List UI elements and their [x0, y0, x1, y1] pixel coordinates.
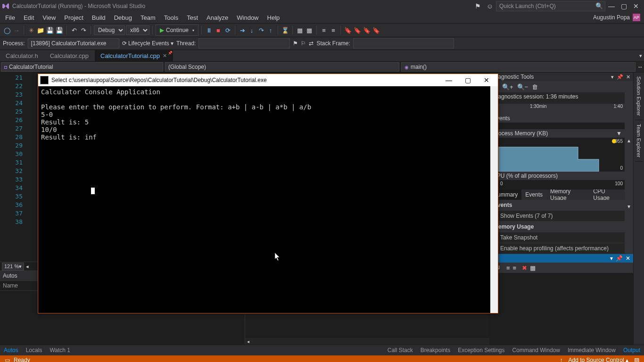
- diag-pin-icon[interactable]: 📌: [617, 74, 623, 80]
- window-minimize-button[interactable]: —: [605, 2, 618, 10]
- output-dropdown-icon[interactable]: ▾: [610, 255, 613, 262]
- tab-command-window[interactable]: Command Window: [509, 345, 564, 355]
- diag-memory-pin-icon[interactable]: ▼: [616, 130, 622, 137]
- stack-frame-select[interactable]: [353, 38, 454, 49]
- output-pin-icon[interactable]: 📌: [616, 255, 623, 262]
- menu-help[interactable]: Help: [263, 12, 284, 23]
- console-output[interactable]: Calculator Console Application Please en…: [38, 86, 498, 313]
- diag-show-events-link[interactable]: Show Events (7 of 7): [490, 211, 625, 222]
- solution-platform-select[interactable]: x86: [126, 25, 149, 35]
- indent-more-icon[interactable]: ≡: [329, 26, 338, 34]
- tbx-icon-2[interactable]: ▦: [305, 26, 314, 34]
- tab-autos[interactable]: Autos: [0, 345, 22, 355]
- menu-project[interactable]: Project: [60, 12, 87, 23]
- process-select[interactable]: [13896] CalculatorTutorial.exe: [28, 38, 119, 49]
- add-to-source-control[interactable]: Add to Source Control ▴: [569, 357, 628, 362]
- thread-flag2-icon[interactable]: ⚐: [301, 40, 306, 47]
- continue-button[interactable]: ▶ Continue ▾: [156, 25, 198, 36]
- open-file-icon[interactable]: 📁: [36, 26, 45, 34]
- tab-calculator-h[interactable]: Calculator.h: [0, 50, 44, 61]
- bookmark-icon[interactable]: 🔖: [344, 26, 352, 34]
- diag-zoom-out-icon[interactable]: 🔍−: [517, 83, 528, 90]
- diag-dropdown-icon[interactable]: ▾: [611, 74, 614, 80]
- console-close-button[interactable]: ✕: [477, 76, 496, 84]
- menu-edit[interactable]: Edit: [19, 12, 38, 23]
- threads-swap-icon[interactable]: ⇄: [309, 40, 314, 47]
- menu-analyze[interactable]: Analyze: [202, 12, 232, 23]
- nav-split-icon[interactable]: ↔: [636, 64, 644, 70]
- menu-test[interactable]: Test: [182, 12, 202, 23]
- tab-locals[interactable]: Locals: [22, 345, 46, 355]
- close-icon[interactable]: ✕: [163, 53, 167, 59]
- diag-take-snapshot-link[interactable]: Take Snapshot: [490, 232, 625, 243]
- console-scrollbar[interactable]: [490, 86, 498, 313]
- zoom-select[interactable]: 121 % ▾: [2, 263, 24, 271]
- output-hscroll-left-icon[interactable]: ◂: [247, 339, 249, 344]
- bookmark-icon-4[interactable]: 🔖: [372, 26, 380, 34]
- output-body[interactable]: [490, 273, 633, 345]
- diag-zoom-in-icon[interactable]: 🔍+: [502, 83, 513, 90]
- menu-team[interactable]: Team: [136, 12, 160, 23]
- solution-config-select[interactable]: Debug: [94, 25, 125, 35]
- pin-icon[interactable]: 📌: [168, 51, 173, 55]
- tab-watch1[interactable]: Watch 1: [46, 345, 74, 355]
- publish-icon[interactable]: ↑: [560, 357, 563, 362]
- quick-launch-input[interactable]: Quick Launch (Ctrl+Q) 🔍: [496, 1, 605, 11]
- horiz-scroll-left-icon[interactable]: ◂: [26, 263, 29, 270]
- stop-debug-icon[interactable]: ■: [214, 26, 223, 34]
- menu-window[interactable]: Window: [232, 12, 263, 23]
- user-account-menu[interactable]: Augustin Popa AP: [590, 14, 643, 21]
- window-close-button[interactable]: ✕: [630, 2, 642, 10]
- new-project-icon[interactable]: ✳: [27, 26, 35, 34]
- diag-tab-events[interactable]: Events: [521, 189, 546, 200]
- tab-immediate-window[interactable]: Immediate Window: [564, 345, 619, 355]
- nav-back-icon[interactable]: ◯: [3, 26, 11, 34]
- bookmark-icon-3[interactable]: 🔖: [363, 26, 371, 34]
- console-titlebar[interactable]: Select c:\users\aupopa\Source\Repos\Calc…: [38, 74, 498, 86]
- menu-debug[interactable]: Debug: [110, 12, 136, 23]
- output-toggle-icon[interactable]: ▦: [530, 264, 536, 272]
- save-all-icon[interactable]: 💾: [55, 26, 64, 34]
- tbx-icon-1[interactable]: ▦: [296, 26, 304, 34]
- output-indent-icon[interactable]: ≡: [506, 264, 510, 272]
- feedback-icon[interactable]: ☺: [484, 2, 496, 10]
- lifecycle-events-dropdown[interactable]: ⟳ Lifecycle Events ▾: [122, 40, 173, 47]
- nav-scope-select[interactable]: (Global Scope): [165, 62, 399, 72]
- diag-scroll-up-icon[interactable]: ▴▾: [625, 92, 633, 254]
- tab-output[interactable]: Output: [619, 345, 644, 355]
- rail-team-explorer[interactable]: Team Explorer: [635, 120, 643, 162]
- diag-cpu-chart[interactable]: 0100: [490, 180, 625, 189]
- notification-flag-icon[interactable]: ⚑: [471, 2, 484, 10]
- console-maximize-button[interactable]: ▢: [458, 76, 477, 84]
- window-restore-button[interactable]: ▢: [618, 2, 630, 10]
- undo-icon[interactable]: ↶: [70, 26, 78, 34]
- break-all-icon[interactable]: ⏸: [205, 26, 213, 34]
- nav-project-select[interactable]: ◘ CalculatorTutorial: [1, 62, 163, 72]
- tab-calculator-cpp[interactable]: Calculator.cpp: [44, 50, 95, 61]
- indent-less-icon[interactable]: ≡: [320, 26, 328, 34]
- menu-file[interactable]: File: [1, 12, 19, 23]
- step-into-icon[interactable]: ↓: [248, 26, 256, 34]
- tab-overflow-icon[interactable]: ▾: [639, 53, 642, 59]
- nav-function-select[interactable]: ◉ main(): [401, 62, 636, 72]
- tab-call-stack[interactable]: Call Stack: [384, 345, 417, 355]
- rail-solution-explorer[interactable]: Solution Explorer: [635, 73, 643, 120]
- diag-tab-cpu[interactable]: CPU Usage: [589, 189, 625, 200]
- menu-build[interactable]: Build: [88, 12, 110, 23]
- output-clear-icon[interactable]: ✖: [522, 264, 527, 272]
- menu-view[interactable]: View: [38, 12, 60, 23]
- tab-exception-settings[interactable]: Exception Settings: [454, 345, 508, 355]
- menu-tools[interactable]: Tools: [160, 12, 182, 23]
- step-over-icon[interactable]: ↷: [257, 26, 265, 34]
- diag-close-icon[interactable]: ✕: [626, 74, 630, 80]
- save-icon[interactable]: 💾: [46, 26, 54, 34]
- diag-tab-memory[interactable]: Memory Usage: [546, 189, 589, 200]
- diag-timeline-ruler[interactable]: 1:30min1:40: [490, 104, 625, 114]
- diag-reset-icon[interactable]: 🗑: [532, 83, 538, 90]
- diag-enable-heap-link[interactable]: Enable heap profiling (affects performan…: [490, 243, 625, 254]
- console-minimize-button[interactable]: —: [439, 76, 458, 84]
- snapshot-icon[interactable]: ⌛: [281, 26, 289, 34]
- step-out-icon[interactable]: ↑: [266, 26, 275, 34]
- output-close-icon[interactable]: ✕: [626, 255, 630, 262]
- tab-breakpoints[interactable]: Breakpoints: [417, 345, 454, 355]
